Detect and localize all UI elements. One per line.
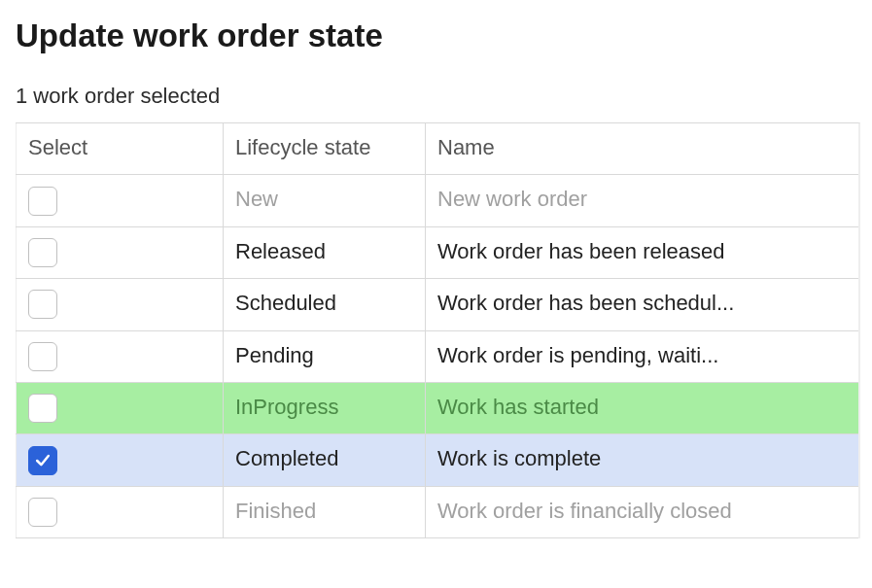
cell-state: InProgress [223,383,425,433]
table-row[interactable]: NewNew work order [16,175,858,226]
selection-count: 1 work order selected [16,84,856,109]
table-row[interactable]: CompletedWork is complete [16,434,858,486]
cell-select [16,487,223,537]
select-checkbox[interactable] [28,446,57,475]
col-header-name[interactable]: Name [425,123,858,174]
col-header-state[interactable]: Lifecycle state [223,123,425,174]
cell-name: Work order has been released [425,227,858,278]
cell-state: Pending [223,331,425,382]
cell-name: New work order [425,175,858,225]
state-grid: Select Lifecycle state Name NewNew work … [16,122,860,538]
select-checkbox[interactable] [28,187,57,216]
select-checkbox[interactable] [28,342,57,371]
cell-state: Completed [223,434,425,485]
grid-header: Select Lifecycle state Name [16,123,858,175]
col-header-select[interactable]: Select [16,123,223,174]
table-row[interactable]: FinishedWork order is financially closed [16,487,858,538]
cell-state: Scheduled [223,279,425,329]
table-row[interactable]: PendingWork order is pending, waiti... [16,331,858,383]
table-row[interactable]: ReleasedWork order has been released [16,227,858,279]
cell-state: New [223,175,425,225]
cell-state: Finished [223,487,425,537]
cell-select [16,331,223,382]
cell-select [16,227,223,278]
select-checkbox[interactable] [28,238,57,267]
cell-name: Work order is pending, waiti... [425,331,858,382]
cell-name: Work order has been schedul... [425,279,858,329]
cell-select [16,434,223,485]
cell-name: Work has started [425,383,858,433]
page-title: Update work order state [16,17,856,54]
table-row[interactable]: ScheduledWork order has been schedul... [16,279,858,330]
cell-name: Work is complete [425,434,858,485]
table-row[interactable]: InProgressWork has started [16,383,858,434]
check-icon [33,451,52,470]
cell-select [16,175,223,225]
select-checkbox[interactable] [28,498,57,527]
select-checkbox[interactable] [28,394,57,423]
cell-select [16,383,223,433]
cell-name: Work order is financially closed [425,487,858,537]
select-checkbox[interactable] [28,290,57,319]
cell-state: Released [223,227,425,278]
cell-select [16,279,223,329]
